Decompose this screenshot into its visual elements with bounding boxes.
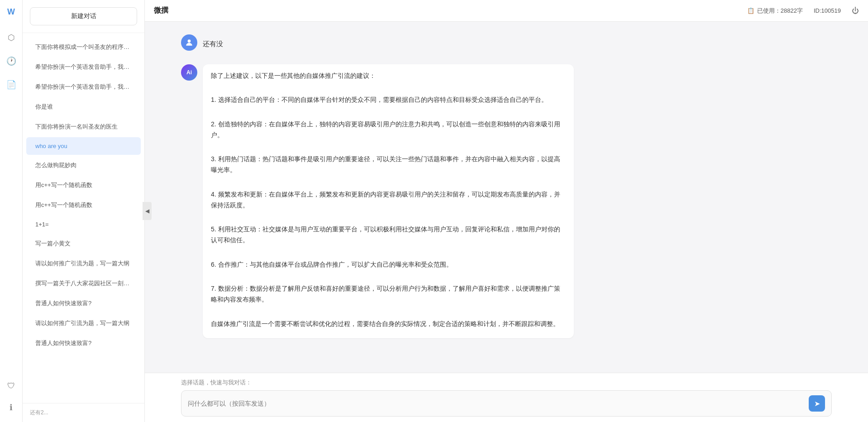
nav-icon-history[interactable]: 🕐 [4, 54, 19, 68]
power-button[interactable]: ⏻ [852, 7, 859, 15]
usage-info: 📋 已使用：28822字 [747, 7, 803, 15]
chat-message-assistant: Ai 除了上述建议，以下是一些其他的自媒体推广引流的建议：1. 选择适合自己的平… [145, 61, 868, 342]
sidebar-list: 下面你将模拟成一个叫圣友的程序员，我说... 希望你扮演一个英语发音助手，我提供… [23, 33, 144, 403]
page-title: 微撰 [154, 6, 168, 15]
topbar: 微撰 📋 已使用：28822字 ID:100519 ⏻ [145, 0, 868, 22]
svg-point-0 [188, 39, 191, 43]
nav-icon-info[interactable]: ℹ [4, 400, 19, 415]
nav-icon-shield[interactable]: 🛡 [4, 379, 19, 393]
input-row: ➤ [181, 390, 832, 417]
app-logo: W [7, 7, 15, 17]
sidebar-item-6[interactable]: who are you [26, 137, 141, 155]
usage-label: 已使用：28822字 [757, 7, 803, 15]
icon-bar: W ⬡ 🕐 📄 🛡 ℹ [0, 0, 23, 422]
sidebar-item-16[interactable]: 普通人如何快速致富? [26, 334, 141, 353]
sidebar-item-3[interactable]: 希望你扮演一个英语发音助手，我提供给你... [26, 77, 141, 96]
sidebar-item-12[interactable]: 请以如何推广引流为题，写一篇大纲 [26, 254, 141, 273]
usage-icon: 📋 [747, 7, 754, 14]
user-message-text: 还有没 [203, 40, 223, 48]
ai-avatar: Ai [181, 64, 197, 81]
assistant-message-bubble: 除了上述建议，以下是一些其他的自媒体推广引流的建议：1. 选择适合自己的平台：不… [203, 64, 574, 339]
chat-input[interactable] [188, 400, 809, 407]
quick-select-label: 选择话题，快速与我对话： [181, 379, 832, 387]
sidebar-item-9[interactable]: 用c++写一个随机函数 [26, 196, 141, 215]
topbar-right: 📋 已使用：28822字 ID:100519 ⏻ [747, 7, 859, 15]
sidebar-item-10[interactable]: 1+1= [26, 216, 141, 233]
nav-icon-home[interactable]: ⬡ [4, 30, 19, 45]
send-button[interactable]: ➤ [809, 395, 825, 412]
chat-message-user: 还有没 [145, 31, 868, 57]
sidebar-toggle[interactable]: ◀ [143, 202, 152, 220]
sidebar-item-4[interactable]: 你是谁 [26, 97, 141, 116]
new-chat-button[interactable]: 新建对话 [30, 7, 137, 25]
main-content: 微撰 📋 已使用：28822字 ID:100519 ⏻ 还有没 [145, 0, 868, 422]
sidebar-item-5[interactable]: 下面你将扮演一名叫圣友的医生 [26, 117, 141, 136]
sidebar-header: 新建对话 [23, 0, 144, 33]
sidebar-item-15[interactable]: 请以如何推广引流为题，写一篇大纲 [26, 314, 141, 333]
sidebar-item-13[interactable]: 撰写一篇关于八大家花园社区一刻钟便民生... [26, 274, 141, 293]
user-id: ID:100519 [814, 7, 841, 14]
ai-avatar-label: Ai [186, 69, 192, 76]
sidebar-item-7[interactable]: 怎么做狗屁妙肉 [26, 156, 141, 175]
assistant-message-text: 除了上述建议，以下是一些其他的自媒体推广引流的建议：1. 选择适合自己的平台：不… [211, 71, 566, 330]
input-area: 选择话题，快速与我对话： ➤ [145, 373, 868, 422]
nav-icon-docs[interactable]: 📄 [4, 77, 19, 92]
sidebar-item-8[interactable]: 用c++写一个随机函数 [26, 176, 141, 195]
sidebar-item-14[interactable]: 普通人如何快速致富? [26, 294, 141, 313]
sidebar-item-1[interactable]: 下面你将模拟成一个叫圣友的程序员，我说... [26, 38, 141, 57]
sidebar-item-2[interactable]: 希望你扮演一个英语发音助手，我提供给你... [26, 58, 141, 77]
sidebar: 新建对话 下面你将模拟成一个叫圣友的程序员，我说... 希望你扮演一个英语发音助… [23, 0, 145, 422]
user-message-bubble: 还有没 [203, 34, 223, 53]
chat-area: 还有没 Ai 除了上述建议，以下是一些其他的自媒体推广引流的建议：1. 选择适合… [145, 22, 868, 373]
sidebar-item-11[interactable]: 写一篇小黄文 [26, 234, 141, 253]
sidebar-bottom[interactable]: 还有2... [23, 403, 144, 422]
user-avatar [181, 34, 197, 51]
